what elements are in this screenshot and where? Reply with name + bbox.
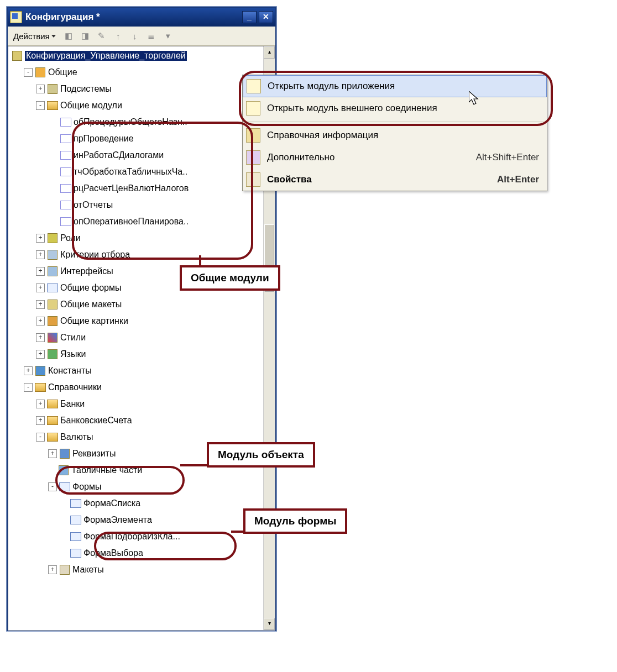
tree-item-form[interactable]: ФормаСписка bbox=[12, 495, 263, 512]
menu-shortcut: Alt+Shift+Enter bbox=[476, 152, 539, 163]
callout-label: Модуль объекта bbox=[218, 449, 304, 460]
expand-icon[interactable]: + bbox=[36, 350, 45, 359]
expand-icon[interactable]: + bbox=[36, 317, 45, 326]
collapse-icon[interactable]: - bbox=[24, 68, 33, 77]
tree-item-form[interactable]: ФормаВыбора bbox=[12, 545, 263, 561]
tree-item-label: Реквизиты bbox=[72, 449, 116, 459]
config-tree[interactable]: Конфигурация_Управление_торговлей - Общи… bbox=[8, 46, 264, 630]
tree-item-label: ФормаПодбораИзКла... bbox=[83, 532, 180, 542]
titlebar[interactable]: Конфигурация * _ ✕ bbox=[8, 8, 275, 27]
tree-item-form[interactable]: ФормаЭлемента bbox=[12, 512, 263, 528]
module-icon bbox=[60, 183, 71, 193]
tree-item-catalogs[interactable]: -Справочники bbox=[12, 379, 263, 396]
tree-item-module[interactable]: отОтчеты bbox=[12, 197, 263, 213]
expand-icon[interactable]: + bbox=[36, 234, 45, 243]
collapse-icon[interactable]: - bbox=[36, 101, 45, 110]
tree-item-templates[interactable]: +Макеты bbox=[12, 561, 263, 578]
config-window: Конфигурация * _ ✕ Действия ◧ ◨ ✎ ↑ ↓ ≣ … bbox=[7, 7, 276, 631]
callout-label: Модуль формы bbox=[254, 515, 336, 527]
tree-item-banks[interactable]: +Банки bbox=[12, 396, 263, 412]
collapse-icon[interactable]: - bbox=[48, 482, 57, 491]
tree-item-subsystems[interactable]: + Подсистемы bbox=[12, 81, 263, 97]
menu-help-info[interactable]: Справочная информация bbox=[243, 124, 547, 146]
expand-icon[interactable]: + bbox=[36, 250, 45, 259]
tree-item-selection-criteria[interactable]: +Критерии отбора bbox=[12, 246, 263, 263]
toolbar-button-2[interactable]: ◨ bbox=[78, 29, 92, 43]
tree-area: Конфигурация_Управление_торговлей - Общи… bbox=[8, 46, 275, 631]
expand-icon[interactable]: + bbox=[36, 400, 45, 408]
module-icon bbox=[60, 117, 71, 127]
menu-open-ext-connection[interactable]: Открыть модуль внешнего соединения bbox=[243, 97, 547, 119]
forms-folder-icon bbox=[59, 482, 70, 492]
tree-item-label: Критерии отбора bbox=[60, 250, 130, 260]
constants-icon bbox=[35, 366, 46, 376]
actions-menu-button[interactable]: Действия bbox=[10, 30, 59, 42]
tree-item-module[interactable]: инРаботаСДиалогами bbox=[12, 147, 263, 164]
tree-item-roles[interactable]: +Роли bbox=[12, 230, 263, 246]
toolbar: Действия ◧ ◨ ✎ ↑ ↓ ≣ ▾ bbox=[8, 27, 275, 46]
collapse-icon[interactable]: - bbox=[36, 433, 45, 442]
callout-form-module: Модуль формы bbox=[243, 508, 347, 534]
menu-additional[interactable]: Дополнительно Alt+Shift+Enter bbox=[243, 146, 547, 169]
tree-item-label: Общие макеты bbox=[60, 300, 122, 309]
toolbar-button-1[interactable]: ◧ bbox=[61, 29, 76, 43]
expand-icon[interactable]: + bbox=[36, 416, 45, 425]
picture-icon bbox=[47, 316, 58, 326]
tree-item-languages[interactable]: +Языки bbox=[12, 346, 263, 363]
tree-item-label: Роли bbox=[60, 233, 81, 243]
toolbar-up-icon[interactable]: ↑ bbox=[111, 29, 126, 43]
tree-item-constants[interactable]: +Константы bbox=[12, 363, 263, 379]
context-menu: Открыть модуль приложения Открыть модуль… bbox=[242, 75, 547, 191]
expand-icon[interactable]: + bbox=[36, 284, 45, 292]
tree-item-label: Общие модули bbox=[60, 101, 122, 111]
template-icon bbox=[47, 300, 58, 309]
tree-item-common-templates[interactable]: +Общие макеты bbox=[12, 296, 263, 313]
expand-icon[interactable]: + bbox=[36, 267, 45, 276]
toolbar-button-3[interactable]: ✎ bbox=[95, 29, 109, 43]
interface-icon bbox=[47, 266, 58, 276]
subsystems-icon bbox=[47, 84, 58, 94]
tree-item-module[interactable]: рцРасчетЦенВалютНалогов bbox=[12, 180, 263, 197]
tree-item-module[interactable]: тчОбработкаТабличныхЧа.. bbox=[12, 164, 263, 180]
close-button[interactable]: ✕ bbox=[259, 11, 273, 23]
menu-item-label: Справочная информация bbox=[267, 130, 539, 141]
scroll-down-icon[interactable]: ▾ bbox=[264, 618, 275, 630]
menu-open-app-module[interactable]: Открыть модуль приложения bbox=[243, 75, 547, 97]
actions-label: Действия bbox=[13, 32, 50, 41]
tree-item-label: Общие bbox=[48, 67, 77, 77]
app-icon bbox=[10, 11, 22, 23]
form-icon bbox=[47, 283, 58, 293]
toolbar-down-icon[interactable]: ↓ bbox=[128, 29, 142, 43]
tree-item-module[interactable]: опОперативноеПланирова.. bbox=[12, 213, 263, 230]
toolbar-button-6[interactable]: ≣ bbox=[144, 29, 159, 43]
minimize-button[interactable]: _ bbox=[242, 11, 257, 23]
tree-item-common-pictures[interactable]: +Общие картинки bbox=[12, 313, 263, 329]
tree-item-form[interactable]: ФормаПодбораИзКла... bbox=[12, 528, 263, 545]
tree-root[interactable]: Конфигурация_Управление_торговлей bbox=[12, 48, 263, 64]
expand-icon[interactable]: + bbox=[24, 366, 33, 375]
tree-item-label: обПроцедурыОбщегоНазн.. bbox=[74, 117, 187, 127]
tree-item-common-modules[interactable]: - Общие модули bbox=[12, 97, 263, 114]
tree-item-module[interactable]: прПроведение bbox=[12, 130, 263, 147]
roles-icon bbox=[47, 233, 58, 243]
callout-label: Общие модули bbox=[191, 272, 269, 284]
expand-icon[interactable]: + bbox=[36, 85, 45, 93]
module-icon bbox=[60, 200, 71, 210]
menu-properties[interactable]: Свойства Alt+Enter bbox=[243, 169, 547, 191]
expand-icon[interactable]: + bbox=[36, 333, 45, 342]
form-icon bbox=[70, 498, 81, 508]
window-title: Конфигурация * bbox=[25, 12, 240, 23]
collapse-icon[interactable]: - bbox=[24, 383, 33, 392]
expand-icon[interactable]: + bbox=[48, 449, 57, 458]
expand-icon[interactable]: + bbox=[36, 300, 45, 309]
toolbar-filter-icon[interactable]: ▾ bbox=[161, 29, 175, 43]
expand-icon[interactable]: + bbox=[48, 565, 57, 574]
tree-item-styles[interactable]: +Стили bbox=[12, 329, 263, 346]
tree-item-forms[interactable]: -Формы bbox=[12, 479, 263, 495]
tree-item-bank-accounts[interactable]: +БанковскиеСчета bbox=[12, 412, 263, 429]
tree-item-common[interactable]: - Общие bbox=[12, 64, 263, 81]
scroll-up-icon[interactable]: ▴ bbox=[264, 46, 275, 59]
menu-shortcut: Alt+Enter bbox=[497, 174, 539, 185]
tree-item-module[interactable]: обПроцедурыОбщегоНазн.. bbox=[12, 114, 263, 130]
tree-item-label: отОтчеты bbox=[74, 200, 113, 210]
